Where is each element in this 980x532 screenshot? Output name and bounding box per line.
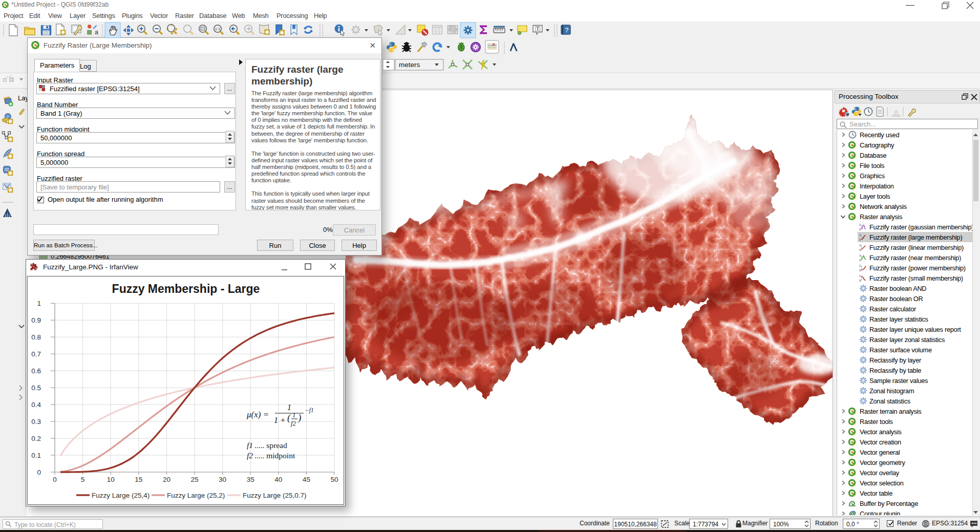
svg-text:−f1: −f1 <box>305 407 314 414</box>
svg-text:Fuzzy Large (25,4): Fuzzy Large (25,4) <box>92 492 150 499</box>
svg-text:5: 5 <box>81 476 85 483</box>
svg-text:0.8: 0.8 <box>31 333 41 341</box>
svg-text:0: 0 <box>859 269 861 272</box>
svg-text:f1: f1 <box>247 441 253 450</box>
svg-text:Fuzzy Membership - Large: Fuzzy Membership - Large <box>112 282 260 295</box>
svg-text:25: 25 <box>190 476 198 483</box>
svg-text:0: 0 <box>859 238 861 241</box>
svg-text:f2: f2 <box>247 451 253 460</box>
svg-text:0: 0 <box>859 259 861 262</box>
svg-text:1: 1 <box>859 274 861 278</box>
svg-text:0: 0 <box>859 228 861 231</box>
svg-text:0: 0 <box>859 279 861 282</box>
svg-text:1: 1 <box>859 264 861 267</box>
svg-text:0.1: 0.1 <box>31 452 41 459</box>
svg-text:1: 1 <box>859 233 861 237</box>
svg-text:1: 1 <box>859 254 861 257</box>
svg-text:..... midpoint: ..... midpoint <box>254 451 295 460</box>
svg-text:1: 1 <box>292 411 296 419</box>
svg-text:0.3: 0.3 <box>31 418 41 425</box>
svg-text:μ(x) =: μ(x) = <box>246 410 269 419</box>
svg-text:20: 20 <box>163 476 171 483</box>
svg-text:0.5: 0.5 <box>31 384 41 392</box>
svg-text:0.7: 0.7 <box>31 350 41 358</box>
svg-text:40: 40 <box>274 476 282 483</box>
svg-text:0.4: 0.4 <box>31 401 41 409</box>
svg-text:Fuzzy Large (25,0.7): Fuzzy Large (25,0.7) <box>243 492 307 499</box>
svg-text:): ) <box>297 412 301 423</box>
svg-text:30: 30 <box>219 476 226 483</box>
svg-text:..... spread: ..... spread <box>254 441 287 450</box>
svg-text:f2: f2 <box>291 419 296 427</box>
svg-text:1: 1 <box>287 403 291 412</box>
svg-text:1: 1 <box>859 244 861 247</box>
svg-text:15: 15 <box>135 476 142 483</box>
svg-text:0.9: 0.9 <box>31 316 41 324</box>
svg-text:1: 1 <box>37 300 41 307</box>
svg-text:0: 0 <box>37 469 41 476</box>
svg-text:0.2: 0.2 <box>31 435 41 442</box>
svg-text:1: 1 <box>859 223 861 226</box>
svg-text:0: 0 <box>859 248 861 251</box>
svg-text:1 +: 1 + <box>274 416 286 424</box>
svg-text:35: 35 <box>247 476 254 483</box>
svg-text:50: 50 <box>330 476 338 483</box>
svg-text:0.6: 0.6 <box>31 367 41 375</box>
svg-text:Fuzzy Large (25,2): Fuzzy Large (25,2) <box>167 492 225 499</box>
svg-text:10: 10 <box>107 476 115 483</box>
svg-text:0: 0 <box>53 476 57 483</box>
svg-text:45: 45 <box>303 476 310 483</box>
